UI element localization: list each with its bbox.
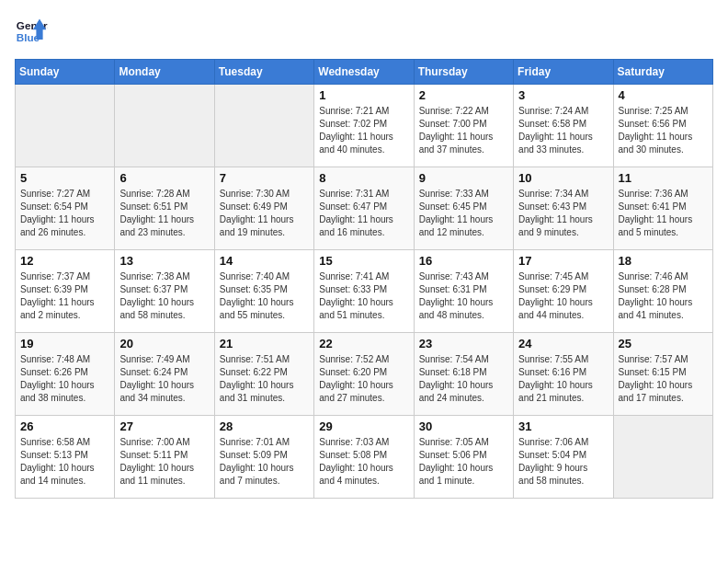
day-number: 6 (119, 171, 209, 185)
calendar-cell: 8Sunrise: 7:31 AM Sunset: 6:47 PM Daylig… (314, 167, 414, 250)
col-monday: Monday (115, 60, 214, 85)
logo: General Blue (15, 15, 48, 48)
day-number: 16 (419, 254, 508, 268)
calendar-cell: 17Sunrise: 7:45 AM Sunset: 6:29 PM Dayli… (514, 250, 613, 333)
day-info: Sunrise: 7:37 AM Sunset: 6:39 PM Dayligh… (20, 270, 109, 322)
calendar-cell: 7Sunrise: 7:30 AM Sunset: 6:49 PM Daylig… (214, 167, 313, 250)
week-row-1: 1Sunrise: 7:21 AM Sunset: 7:02 PM Daylig… (16, 85, 713, 167)
calendar-cell (214, 85, 313, 167)
calendar-cell (613, 416, 712, 499)
calendar-cell (16, 85, 115, 167)
page-header: General Blue (15, 15, 713, 48)
day-number: 18 (619, 254, 708, 268)
day-number: 2 (419, 88, 508, 102)
calendar-header-row: Sunday Monday Tuesday Wednesday Thursday… (16, 60, 713, 85)
calendar-cell: 18Sunrise: 7:46 AM Sunset: 6:28 PM Dayli… (613, 250, 712, 333)
col-tuesday: Tuesday (214, 60, 313, 85)
calendar-cell: 6Sunrise: 7:28 AM Sunset: 6:51 PM Daylig… (115, 167, 214, 250)
day-number: 10 (518, 171, 608, 185)
day-number: 12 (20, 254, 109, 268)
day-number: 24 (518, 337, 608, 350)
day-number: 5 (20, 171, 109, 185)
calendar-cell: 24Sunrise: 7:55 AM Sunset: 6:16 PM Dayli… (514, 333, 613, 416)
day-info: Sunrise: 7:46 AM Sunset: 6:28 PM Dayligh… (619, 270, 708, 322)
calendar-cell: 15Sunrise: 7:41 AM Sunset: 6:33 PM Dayli… (314, 250, 414, 333)
day-info: Sunrise: 7:27 AM Sunset: 6:54 PM Dayligh… (20, 188, 109, 239)
calendar-cell: 21Sunrise: 7:51 AM Sunset: 6:22 PM Dayli… (214, 333, 313, 416)
day-info: Sunrise: 7:48 AM Sunset: 6:26 PM Dayligh… (20, 353, 109, 405)
week-row-5: 26Sunrise: 6:58 AM Sunset: 5:13 PM Dayli… (16, 416, 713, 499)
day-info: Sunrise: 7:31 AM Sunset: 6:47 PM Dayligh… (319, 188, 408, 239)
day-info: Sunrise: 7:24 AM Sunset: 6:58 PM Dayligh… (518, 105, 608, 156)
day-info: Sunrise: 7:33 AM Sunset: 6:45 PM Dayligh… (419, 188, 508, 239)
day-number: 25 (619, 337, 708, 350)
day-number: 1 (319, 88, 408, 102)
day-info: Sunrise: 7:22 AM Sunset: 7:00 PM Dayligh… (419, 105, 508, 156)
calendar-cell: 2Sunrise: 7:22 AM Sunset: 7:00 PM Daylig… (414, 85, 513, 167)
day-number: 19 (20, 337, 109, 350)
col-friday: Friday (514, 60, 613, 85)
calendar-cell: 5Sunrise: 7:27 AM Sunset: 6:54 PM Daylig… (16, 167, 115, 250)
day-info: Sunrise: 7:41 AM Sunset: 6:33 PM Dayligh… (319, 270, 408, 322)
week-row-3: 12Sunrise: 7:37 AM Sunset: 6:39 PM Dayli… (16, 250, 713, 333)
calendar-cell: 4Sunrise: 7:25 AM Sunset: 6:56 PM Daylig… (613, 85, 712, 167)
day-number: 30 (419, 419, 508, 433)
calendar-cell: 30Sunrise: 7:05 AM Sunset: 5:06 PM Dayli… (414, 416, 513, 499)
day-number: 21 (220, 337, 309, 350)
day-info: Sunrise: 7:49 AM Sunset: 6:24 PM Dayligh… (119, 353, 209, 405)
col-thursday: Thursday (414, 60, 513, 85)
day-number: 28 (220, 419, 309, 433)
calendar-cell: 9Sunrise: 7:33 AM Sunset: 6:45 PM Daylig… (414, 167, 513, 250)
day-info: Sunrise: 7:06 AM Sunset: 5:04 PM Dayligh… (518, 436, 608, 488)
day-info: Sunrise: 7:38 AM Sunset: 6:37 PM Dayligh… (119, 270, 209, 322)
calendar-cell: 12Sunrise: 7:37 AM Sunset: 6:39 PM Dayli… (16, 250, 115, 333)
day-info: Sunrise: 7:03 AM Sunset: 5:08 PM Dayligh… (319, 436, 408, 488)
day-number: 22 (319, 337, 408, 350)
day-info: Sunrise: 7:34 AM Sunset: 6:43 PM Dayligh… (518, 188, 608, 239)
day-info: Sunrise: 7:05 AM Sunset: 5:06 PM Dayligh… (419, 436, 508, 488)
day-info: Sunrise: 7:01 AM Sunset: 5:09 PM Dayligh… (220, 436, 309, 488)
calendar-cell: 13Sunrise: 7:38 AM Sunset: 6:37 PM Dayli… (115, 250, 214, 333)
day-number: 9 (419, 171, 508, 185)
calendar-cell (115, 85, 214, 167)
calendar-cell: 11Sunrise: 7:36 AM Sunset: 6:41 PM Dayli… (613, 167, 712, 250)
col-saturday: Saturday (613, 60, 712, 85)
day-number: 29 (319, 419, 408, 433)
col-sunday: Sunday (16, 60, 115, 85)
day-number: 7 (220, 171, 309, 185)
calendar-cell: 27Sunrise: 7:00 AM Sunset: 5:11 PM Dayli… (115, 416, 214, 499)
day-info: Sunrise: 7:43 AM Sunset: 6:31 PM Dayligh… (419, 270, 508, 322)
day-number: 3 (518, 88, 608, 102)
day-info: Sunrise: 7:55 AM Sunset: 6:16 PM Dayligh… (518, 353, 608, 405)
day-number: 17 (518, 254, 608, 268)
day-number: 23 (419, 337, 508, 350)
day-number: 11 (619, 171, 708, 185)
col-wednesday: Wednesday (314, 60, 414, 85)
day-info: Sunrise: 6:58 AM Sunset: 5:13 PM Dayligh… (20, 436, 109, 488)
calendar-cell: 20Sunrise: 7:49 AM Sunset: 6:24 PM Dayli… (115, 333, 214, 416)
logo-icon: General Blue (15, 15, 48, 48)
calendar-cell: 10Sunrise: 7:34 AM Sunset: 6:43 PM Dayli… (514, 167, 613, 250)
day-info: Sunrise: 7:36 AM Sunset: 6:41 PM Dayligh… (619, 188, 708, 239)
day-info: Sunrise: 7:28 AM Sunset: 6:51 PM Dayligh… (119, 188, 209, 239)
day-info: Sunrise: 7:21 AM Sunset: 7:02 PM Dayligh… (319, 105, 408, 156)
calendar-cell: 31Sunrise: 7:06 AM Sunset: 5:04 PM Dayli… (514, 416, 613, 499)
day-info: Sunrise: 7:45 AM Sunset: 6:29 PM Dayligh… (518, 270, 608, 322)
calendar-cell: 28Sunrise: 7:01 AM Sunset: 5:09 PM Dayli… (214, 416, 313, 499)
day-info: Sunrise: 7:51 AM Sunset: 6:22 PM Dayligh… (220, 353, 309, 405)
calendar-cell: 22Sunrise: 7:52 AM Sunset: 6:20 PM Dayli… (314, 333, 414, 416)
day-info: Sunrise: 7:52 AM Sunset: 6:20 PM Dayligh… (319, 353, 408, 405)
day-info: Sunrise: 7:57 AM Sunset: 6:15 PM Dayligh… (619, 353, 708, 405)
week-row-4: 19Sunrise: 7:48 AM Sunset: 6:26 PM Dayli… (16, 333, 713, 416)
calendar-cell: 3Sunrise: 7:24 AM Sunset: 6:58 PM Daylig… (514, 85, 613, 167)
day-number: 14 (220, 254, 309, 268)
day-number: 13 (119, 254, 209, 268)
calendar-cell: 14Sunrise: 7:40 AM Sunset: 6:35 PM Dayli… (214, 250, 313, 333)
calendar-cell: 25Sunrise: 7:57 AM Sunset: 6:15 PM Dayli… (613, 333, 712, 416)
day-number: 8 (319, 171, 408, 185)
day-number: 20 (119, 337, 209, 350)
day-info: Sunrise: 7:40 AM Sunset: 6:35 PM Dayligh… (220, 270, 309, 322)
day-number: 4 (619, 88, 708, 102)
calendar-cell: 1Sunrise: 7:21 AM Sunset: 7:02 PM Daylig… (314, 85, 414, 167)
calendar-cell: 16Sunrise: 7:43 AM Sunset: 6:31 PM Dayli… (414, 250, 513, 333)
